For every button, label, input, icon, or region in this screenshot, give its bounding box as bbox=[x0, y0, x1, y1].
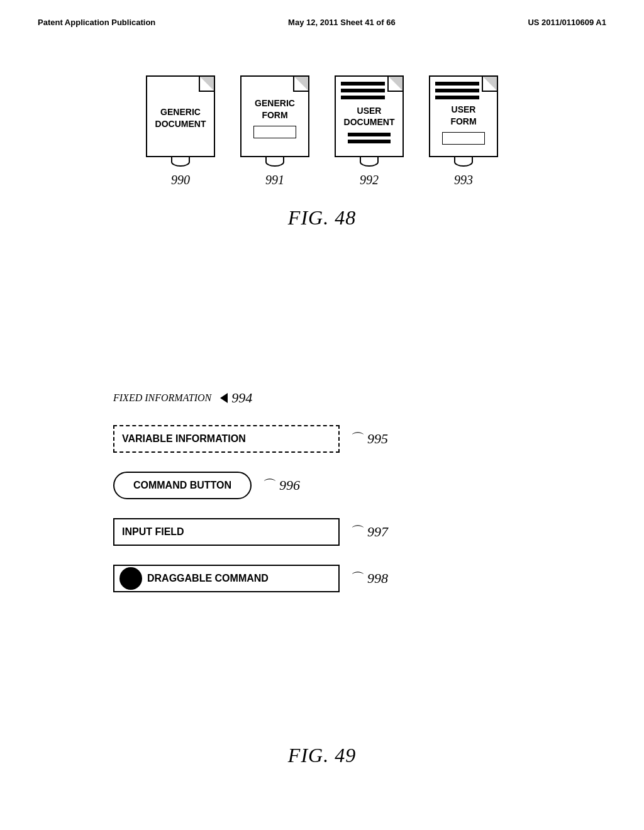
fig49-section: FIXED INFORMATION 994 VARIABLE INFORMATI… bbox=[113, 390, 388, 611]
doc-item-991: GENERICFORM 991 bbox=[240, 75, 309, 187]
doc-stripe-bottom-1 bbox=[348, 133, 391, 136]
header-patent-number: US 2011/0110609 A1 bbox=[528, 18, 606, 27]
ref-arrow-998: ⌒ 998 bbox=[351, 569, 388, 588]
legend-item-994: FIXED INFORMATION 994 bbox=[113, 390, 388, 406]
doc-number-990: 990 bbox=[171, 173, 190, 187]
draggable-shape: DRAGGABLE COMMAND bbox=[113, 565, 340, 592]
variable-box-text: VARIABLE INFORMATION bbox=[122, 433, 246, 445]
page-header: Patent Application Publication May 12, 2… bbox=[38, 18, 606, 27]
header-date-sheet: May 12, 2011 Sheet 41 of 66 bbox=[288, 18, 396, 27]
doc-stripe-993-1 bbox=[435, 82, 479, 86]
legend-item-995: VARIABLE INFORMATION ⌒ 995 bbox=[113, 425, 388, 453]
ref-num-995: 995 bbox=[367, 431, 388, 447]
doc-stripe-1 bbox=[341, 82, 385, 86]
curve-arrow-997: ⌒ bbox=[351, 523, 365, 541]
doc-input-993 bbox=[442, 132, 486, 145]
fig48-section: GENERICDOCUMENT 990 GENERICFORM 991 bbox=[38, 63, 606, 230]
doc-label-993: USERFORM bbox=[450, 104, 476, 126]
doc-icon-generic-form: GENERICFORM bbox=[240, 75, 309, 157]
header-publisher: Patent Application Publication bbox=[38, 18, 155, 27]
curve-arrow-995: ⌒ bbox=[351, 429, 365, 448]
fig49-label-container: FIG. 49 bbox=[288, 744, 356, 767]
doc-stripe-bottom-2 bbox=[348, 140, 391, 143]
doc-number-993: 993 bbox=[454, 173, 473, 187]
doc-number-992: 992 bbox=[360, 173, 379, 187]
command-button-shape: COMMAND BUTTON bbox=[113, 472, 252, 499]
doc-input-991 bbox=[253, 126, 297, 138]
ref-arrow-995: ⌒ 995 bbox=[351, 429, 388, 448]
doc-label-992: USERDOCUMENT bbox=[344, 105, 395, 128]
doc-label-991: GENERICFORM bbox=[255, 97, 295, 120]
draggable-circle bbox=[119, 567, 142, 590]
doc-curve-991 bbox=[265, 157, 284, 167]
legend-item-998: DRAGGABLE COMMAND ⌒ 998 bbox=[113, 565, 388, 592]
doc-icon-generic-document: GENERICDOCUMENT bbox=[146, 75, 215, 157]
doc-content-990: GENERICDOCUMENT bbox=[153, 86, 208, 150]
input-field-text: INPUT FIELD bbox=[122, 526, 184, 538]
variable-box: VARIABLE INFORMATION bbox=[113, 425, 340, 453]
legend-item-997: INPUT FIELD ⌒ 997 bbox=[113, 518, 388, 546]
command-button-text: COMMAND BUTTON bbox=[133, 480, 231, 491]
ref-num-998: 998 bbox=[367, 570, 388, 587]
ref-num-994: 994 bbox=[231, 390, 252, 406]
doc-icon-user-form: USERFORM bbox=[429, 75, 498, 157]
fig48-label: FIG. 48 bbox=[288, 206, 356, 230]
doc-stripe-993-2 bbox=[435, 89, 479, 92]
doc-content-993: USERFORM bbox=[436, 99, 491, 150]
fixed-info-label: FIXED INFORMATION bbox=[113, 392, 211, 404]
doc-stripe-2 bbox=[341, 89, 385, 92]
ref-num-997: 997 bbox=[367, 524, 388, 540]
doc-icon-user-document: USERDOCUMENT bbox=[335, 75, 404, 157]
doc-number-991: 991 bbox=[265, 173, 284, 187]
fig49-label: FIG. 49 bbox=[288, 744, 356, 766]
arrow-solid-994 bbox=[220, 393, 228, 403]
documents-row: GENERICDOCUMENT 990 GENERICFORM 991 bbox=[146, 75, 498, 187]
ref-num-996: 996 bbox=[279, 477, 300, 494]
input-field-shape: INPUT FIELD bbox=[113, 518, 340, 546]
doc-item-992: USERDOCUMENT 992 bbox=[335, 75, 404, 187]
draggable-text: DRAGGABLE COMMAND bbox=[147, 573, 269, 584]
ref-arrow-996: ⌒ 996 bbox=[263, 476, 300, 495]
curve-arrow-998: ⌒ bbox=[351, 569, 365, 588]
doc-curve-992 bbox=[360, 157, 379, 167]
legend-item-996: COMMAND BUTTON ⌒ 996 bbox=[113, 472, 388, 499]
doc-content-991: GENERICFORM bbox=[248, 86, 302, 150]
doc-item-990: GENERICDOCUMENT 990 bbox=[146, 75, 215, 187]
doc-content-992: USERDOCUMENT bbox=[342, 99, 396, 150]
ref-arrow-997: ⌒ 997 bbox=[351, 523, 388, 541]
doc-item-993: USERFORM 993 bbox=[429, 75, 498, 187]
doc-curve-993 bbox=[454, 157, 473, 167]
doc-label-990: GENERICDOCUMENT bbox=[155, 106, 206, 129]
doc-curve-990 bbox=[171, 157, 190, 167]
curve-arrow-996: ⌒ bbox=[263, 476, 277, 495]
